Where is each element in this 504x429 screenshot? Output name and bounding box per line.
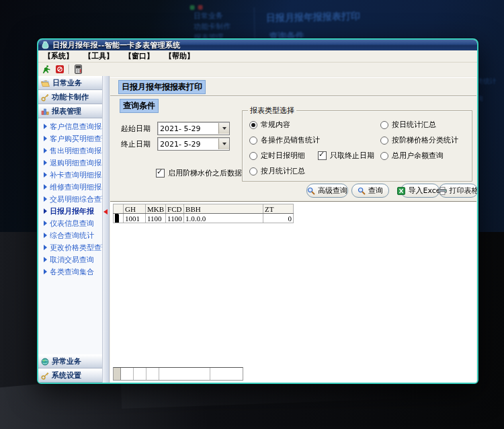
start-date-combobox[interactable]: 2021- 5-29 <box>157 122 230 135</box>
grid-indicator-header <box>114 204 124 214</box>
dropdown-button[interactable] <box>218 123 229 134</box>
cell-mkb[interactable]: 1100 <box>146 214 166 223</box>
sidebar-item-cancel-transaction-query[interactable]: 取消交易查询 <box>38 254 102 266</box>
menu-tools[interactable]: 【工具】 <box>84 51 114 61</box>
table-row[interactable]: 1001 1100 1100 1.0.0.0 0 <box>114 214 294 223</box>
triangle-bullet-icon <box>44 257 47 262</box>
sidebar-group-label: 日常业务 <box>52 78 82 88</box>
grid-header-row: GH MKB FCD BBH ZT <box>114 204 294 214</box>
sidebar-item-transaction-detail[interactable]: 交易明细综合查询 <box>38 193 102 205</box>
checkbox-checked-icon[interactable] <box>156 169 165 178</box>
section-title: 查询条件 <box>120 99 159 113</box>
radio-icon[interactable] <box>380 121 388 129</box>
column-header-zt[interactable]: ZT <box>263 204 294 214</box>
bottom-grid-cell <box>146 368 159 380</box>
sidebar-item-customer-purchase-detail[interactable]: 客户购买明细查询 <box>38 132 102 145</box>
column-header-fcd[interactable]: FCD <box>166 204 184 214</box>
sidebar-bottom-groups: 异常业务 系统设置 <box>38 354 102 383</box>
sidebar-group-card-making[interactable]: 功能卡制作 <box>38 90 102 104</box>
cell-bbh[interactable]: 1.0.0.0 <box>184 214 263 223</box>
radio-selected-icon[interactable] <box>249 121 257 129</box>
replica-divider <box>254 7 255 40</box>
sidebar-item-query-collection[interactable]: 各类查询集合 <box>38 266 102 278</box>
sidebar-group-label: 系统设置 <box>52 370 81 381</box>
sidebar-group-system-settings[interactable]: 系统设置 <box>38 368 102 383</box>
end-date-label: 终止日期 <box>121 139 151 149</box>
end-date-only-checkbox[interactable]: 只取终止日期 <box>318 151 374 161</box>
radio-icon[interactable] <box>249 167 257 176</box>
checkbox-checked-icon[interactable] <box>318 151 327 160</box>
menu-system[interactable]: 【系统】 <box>44 51 73 61</box>
sidebar-item-repair-detail[interactable]: 维修查询明细报表 <box>38 181 102 193</box>
calculator-icon[interactable] <box>75 65 82 74</box>
radio-regular-content[interactable]: 常规内容 <box>249 120 290 130</box>
stop-icon[interactable] <box>56 65 64 73</box>
sidebar-group-abnormal-business[interactable]: 异常业务 <box>38 354 102 368</box>
print-table-button[interactable]: 打印表格 <box>439 184 477 198</box>
radio-monthly-summary[interactable]: 按月统计汇总 <box>249 166 305 176</box>
radio-operator-sales-stats[interactable]: 各操作员销售统计 <box>249 135 320 145</box>
report-type-group-title: 报表类型选择 <box>248 106 296 116</box>
page-header-bar: 日报月报年报报表打印 <box>110 77 476 96</box>
query-button[interactable]: 查询 <box>351 184 389 198</box>
bottom-grid-cell <box>159 368 210 380</box>
menu-window[interactable]: 【窗口】 <box>124 51 154 61</box>
ladder-price-checkbox[interactable]: 启用阶梯水价之后数据 <box>156 168 242 178</box>
radio-icon[interactable] <box>380 136 388 145</box>
run-icon[interactable] <box>42 65 51 74</box>
sidebar-item-price-type-change-query[interactable]: 更改价格类型查询 <box>38 241 102 254</box>
sidebar-item-card-reissue-detail[interactable]: 补卡查询明细报表 <box>38 169 102 181</box>
triangle-bullet-icon <box>44 233 47 238</box>
triangle-bullet-icon <box>44 245 47 250</box>
bottom-grid-cell <box>210 368 243 380</box>
menu-help[interactable]: 【帮助】 <box>165 51 194 61</box>
sidebar-splitter[interactable] <box>103 76 110 383</box>
radio-scheduled-daily-detail[interactable]: 定时日报明细 只取终止日期 <box>249 151 374 161</box>
radio-icon[interactable] <box>380 152 388 160</box>
sidebar-group-daily-business[interactable]: 日常业务 <box>38 76 102 90</box>
sidebar-item-comprehensive-statistics[interactable]: 综合查询统计 <box>38 229 102 241</box>
key-icon <box>41 93 49 102</box>
window-body: 日常业务 功能卡制作 报表管理 客户信息查询报表 客户购买明细查询 <box>38 76 477 383</box>
sidebar-item-meter-info-query[interactable]: 仪表信息查询 <box>38 217 102 229</box>
sidebar-item-refund-detail-report[interactable]: 退购明细查询报表 <box>38 157 102 169</box>
ladder-price-checkbox-label: 启用阶梯水价之后数据 <box>168 168 242 178</box>
cell-fcd[interactable]: 1100 <box>166 214 184 223</box>
sidebar-item-daily-monthly-annual-report[interactable]: 日报月报年报 <box>38 205 102 217</box>
advanced-query-button[interactable]: 高级查询 <box>306 184 348 198</box>
sidebar-item-sales-detail-report[interactable]: 售出明细查询报表 <box>38 145 102 157</box>
title-bar[interactable]: 日报月报年报--智能一卡多表管理系统 <box>38 40 477 50</box>
replica-sidebar: 日常业务 功能卡制作 报表管理 <box>194 11 231 41</box>
background-replica-right: 按日统计汇总 按阶梯价格分类统计 总用户余额查询 <box>479 40 504 208</box>
export-excel-button[interactable]: 导入Excel <box>401 184 439 198</box>
sidebar-group-report-management[interactable]: 报表管理 <box>38 104 102 118</box>
triangle-bullet-icon <box>44 221 47 226</box>
record-arrow-icon <box>115 214 119 223</box>
replica-run-icon <box>190 5 195 10</box>
radio-ladder-price-stats[interactable]: 按阶梯价格分类统计 <box>380 135 458 145</box>
sidebar-item-customer-info-report[interactable]: 客户信息查询报表 <box>38 120 102 132</box>
radio-icon[interactable] <box>249 152 257 160</box>
radio-total-user-balance[interactable]: 总用户余额查询 <box>380 151 444 161</box>
result-grid-area: GH MKB FCD BBH ZT 1001 1100 1100 1.0.0.0 <box>110 201 476 383</box>
current-record-indicator <box>114 214 124 223</box>
column-header-mkb[interactable]: MKB <box>146 204 166 214</box>
column-header-gh[interactable]: GH <box>124 204 146 214</box>
radio-daily-summary[interactable]: 按日统计汇总 <box>380 120 436 130</box>
sidebar-item-list: 客户信息查询报表 客户购买明细查询 售出明细查询报表 退购明细查询报表 补卡查询… <box>38 118 102 383</box>
screenshot-stage: 日常业务 功能卡制作 报表管理 日报月报年报报表打印 查询条件 按日统计汇总 按… <box>0 0 504 429</box>
column-header-bbh[interactable]: BBH <box>184 204 263 214</box>
start-date-value: 2021- 5-29 <box>158 124 218 133</box>
page-title: 日报月报年报报表打印 <box>118 80 206 94</box>
triangle-bullet-icon <box>44 184 47 190</box>
collapse-sidebar-icon[interactable] <box>103 209 108 214</box>
dropdown-button[interactable] <box>218 139 229 149</box>
triangle-bullet-icon <box>44 160 47 165</box>
cell-gh[interactable]: 1001 <box>124 214 146 223</box>
radio-icon[interactable] <box>249 136 257 145</box>
report-type-groupbox: 报表类型选择 常规内容 各操作员销售统计 定时日报明细 <box>242 110 472 182</box>
triangle-bullet-icon <box>44 208 47 214</box>
cell-zt[interactable]: 0 <box>263 214 294 223</box>
toolbar-separator <box>69 65 70 74</box>
end-date-combobox[interactable]: 2021- 5-29 <box>157 137 230 151</box>
